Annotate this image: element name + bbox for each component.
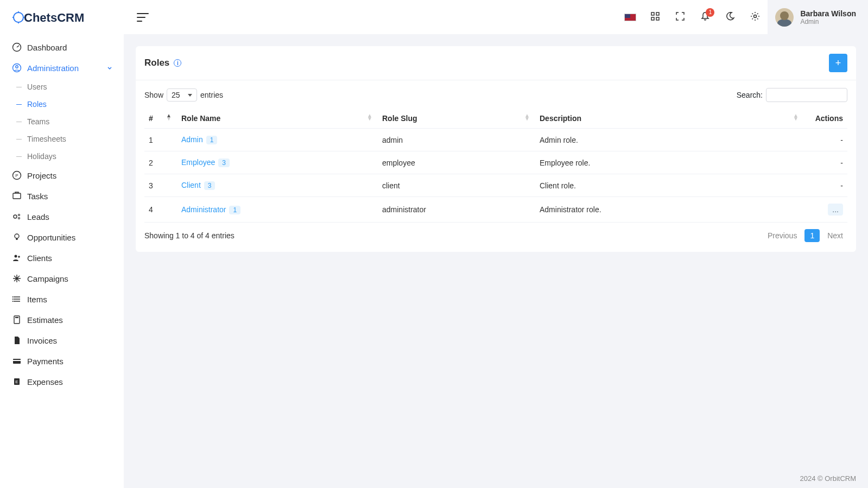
search-label: Search: [737, 91, 763, 99]
search-input[interactable] [766, 88, 847, 102]
sidebar-item-opportunities[interactable]: Opportunities [0, 227, 124, 248]
prev-page-button[interactable]: Previous [763, 229, 801, 242]
row-actions-none: - [840, 159, 843, 167]
fullscreen-button[interactable] [668, 5, 693, 30]
dash-icon [16, 87, 22, 87]
pagination: Previous 1 Next [763, 229, 847, 242]
sidebar-item-label: Administration [27, 64, 79, 73]
sidebar-item-estimates[interactable]: Estimates [0, 309, 124, 330]
col-name[interactable]: Role Name▲▼ [177, 109, 378, 129]
svg-point-3 [16, 66, 18, 68]
roles-table: #▲▼ Role Name▲▼ Role Slug▲▼ Description▲… [144, 109, 847, 223]
col-desc[interactable]: Description▲▼ [535, 109, 804, 129]
sidebar-item-items[interactable]: Items [0, 289, 124, 309]
role-link[interactable]: Client [181, 181, 201, 189]
sidebar-item-expenses[interactable]: E Expenses [0, 371, 124, 392]
role-user-count: 1 [229, 206, 240, 214]
show-label: Show [144, 91, 163, 99]
sidebar-item-label: Teams [27, 117, 49, 126]
role-link[interactable]: Employee [181, 158, 215, 167]
brand-logo[interactable]: ChetsCRM [0, 1, 124, 37]
clients-icon [12, 253, 22, 263]
avatar [775, 8, 794, 27]
chevron-down-icon [106, 64, 113, 73]
sidebar-item-label: Campaigns [27, 274, 68, 283]
cell-index: 1 [144, 129, 177, 151]
sidebar-item-invoices[interactable]: Invoices [0, 330, 124, 351]
svg-rect-6 [13, 193, 21, 199]
sidebar-subitem-timesheets[interactable]: Timesheets [0, 130, 124, 148]
dash-icon [16, 104, 22, 105]
sidebar: ChetsCRM Dashboard Administration Users … [0, 0, 124, 488]
menu-toggle-button[interactable] [137, 13, 149, 22]
page-number-button[interactable]: 1 [804, 229, 820, 242]
sidebar-item-label: Payments [27, 357, 64, 366]
sidebar-subitem-users[interactable]: Users [0, 78, 124, 96]
cell-slug: employee [378, 151, 535, 174]
svg-rect-24 [656, 12, 659, 15]
sidebar-item-payments[interactable]: Payments [0, 351, 124, 371]
sidebar-subitem-holidays[interactable]: Holidays [0, 148, 124, 165]
theme-toggle-button[interactable] [718, 5, 743, 30]
sidebar-item-label: Users [27, 83, 47, 91]
sidebar-subitem-roles[interactable]: Roles [0, 96, 124, 113]
col-index[interactable]: #▲▼ [144, 109, 177, 129]
info-icon[interactable]: i [174, 59, 181, 67]
file-icon [12, 335, 22, 345]
sidebar-nav: Dashboard Administration Users Roles Tea… [0, 37, 124, 392]
add-role-button[interactable]: + [829, 54, 847, 72]
svg-rect-11 [16, 238, 18, 240]
role-link[interactable]: Administrator [181, 205, 226, 214]
settings-button[interactable] [743, 5, 768, 30]
sidebar-item-campaigns[interactable]: Campaigns [0, 268, 124, 289]
sidebar-item-tasks[interactable]: Tasks [0, 186, 124, 206]
notifications-button[interactable]: 1 [693, 5, 718, 30]
brand-icon [10, 9, 27, 26]
leads-icon [12, 212, 22, 221]
sidebar-item-dashboard[interactable]: Dashboard [0, 37, 124, 58]
svg-rect-19 [13, 359, 21, 364]
sidebar-item-projects[interactable]: P Projects [0, 165, 124, 186]
next-page-button[interactable]: Next [823, 229, 847, 242]
role-link[interactable]: Admin [181, 135, 203, 144]
col-actions: Actions [804, 109, 847, 129]
sidebar-item-label: Clients [27, 253, 52, 263]
bulb-icon [12, 232, 22, 242]
page-size-control: Show 25 entries [144, 88, 223, 102]
cell-actions: - [804, 174, 847, 197]
flag-icon [624, 14, 636, 21]
gauge-icon [12, 42, 22, 52]
svg-rect-20 [13, 360, 21, 361]
projects-icon: P [12, 170, 22, 180]
showing-text: Showing 1 to 4 of 4 entries [144, 231, 235, 240]
svg-point-15 [12, 299, 14, 300]
cell-actions: - [804, 151, 847, 174]
sidebar-item-label: Holidays [27, 152, 56, 161]
row-actions-button[interactable]: ... [828, 204, 843, 216]
sidebar-item-administration[interactable]: Administration [0, 58, 124, 78]
svg-text:E: E [15, 379, 18, 384]
user-menu[interactable]: Barbara Wilson Admin [768, 0, 868, 34]
sidebar-subitem-teams[interactable]: Teams [0, 113, 124, 130]
page-size-select[interactable]: 25 [167, 88, 197, 102]
table-row: 1Admin1adminAdmin role.- [144, 129, 847, 151]
svg-rect-23 [651, 12, 654, 15]
cell-index: 2 [144, 151, 177, 174]
apps-grid-button[interactable] [643, 5, 668, 30]
role-user-count: 3 [218, 159, 230, 167]
sidebar-item-label: Opportunities [27, 233, 75, 242]
svg-point-10 [15, 234, 19, 238]
language-flag-button[interactable] [618, 5, 643, 30]
entries-label: entries [200, 91, 223, 99]
sidebar-item-leads[interactable]: Leads [0, 206, 124, 227]
col-slug[interactable]: Role Slug▲▼ [378, 109, 535, 129]
cell-desc: Client role. [535, 174, 804, 197]
role-user-count: 1 [206, 136, 218, 144]
svg-point-8 [18, 214, 20, 216]
table-row: 4Administrator1administratorAdministrato… [144, 197, 847, 223]
fullscreen-icon [675, 11, 685, 23]
cell-index: 3 [144, 174, 177, 197]
svg-point-27 [754, 15, 757, 18]
sidebar-item-clients[interactable]: Clients [0, 248, 124, 268]
page-title: Roles i [144, 58, 181, 68]
